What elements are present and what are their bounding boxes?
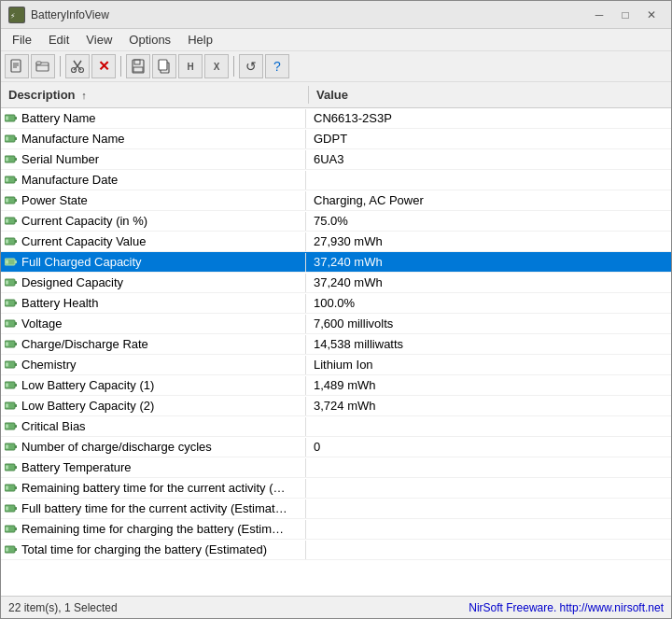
svg-rect-64 [6,425,8,429]
menu-view[interactable]: View [78,31,119,49]
battery-icon [1,134,18,143]
svg-rect-24 [15,158,17,161]
row-description: Charge/Discharge Rate [18,335,305,353]
row-value [306,507,671,511]
table-row[interactable]: Critical Bias [1,416,671,437]
col-value-header[interactable]: Value [309,86,671,104]
battery-icon [1,443,18,451]
row-description: Current Capacity Value [18,232,305,250]
row-value: 0 [306,438,671,456]
table-row[interactable]: Voltage7,600 millivolts [1,314,671,334]
table-row[interactable]: Power StateCharging, AC Power [1,190,671,211]
table-row[interactable]: Number of charge/discharge cycles0 [1,437,671,457]
battery-icon [1,299,18,307]
main-window: ⚡ BatteryInfoView ─ □ ✕ File Edit View O… [0,0,672,619]
table-row[interactable]: Low Battery Capacity (2)3,724 mWh [1,396,671,416]
svg-rect-33 [15,219,17,222]
row-value: Lithium Ion [306,356,671,373]
battery-icon [1,422,18,430]
battery-icon [1,525,18,533]
close-button[interactable]: ✕ [639,6,664,24]
status-items-count: 22 item(s), 1 Selected [8,601,118,614]
svg-rect-51 [15,343,17,345]
toolbar-xml[interactable]: X [204,54,229,78]
row-description: Chemistry [18,356,305,373]
window-title: BatteryInfoView [31,8,109,21]
table-row[interactable]: Remaining battery time for the current a… [1,478,671,499]
table-row[interactable]: Current Capacity (in %)75.0% [1,211,671,232]
row-description: Remaining time for charging the battery … [18,520,305,538]
svg-rect-75 [15,507,17,510]
toolbar-copy[interactable] [152,54,176,78]
svg-rect-58 [6,384,8,387]
svg-rect-14 [133,67,143,72]
svg-rect-82 [6,548,8,552]
battery-icon [1,258,18,266]
menu-file[interactable]: File [5,31,39,49]
row-description: Full Charged Capacity [18,253,305,271]
table-header: Description ↑ Value [1,82,671,108]
svg-rect-27 [15,178,17,181]
svg-rect-49 [6,322,8,326]
row-value [306,466,671,470]
table-row[interactable]: Full Charged Capacity37,240 mWh [1,252,671,273]
row-value: 100.0% [306,294,671,312]
table-row[interactable]: Battery Temperature [1,457,671,478]
toolbar-cut[interactable] [65,54,90,78]
row-value: Charging, AC Power [306,191,671,209]
table-row[interactable]: Battery NameCN6613-2S3P [1,108,671,129]
main-content: Description ↑ Value Battery NameCN6613-2… [1,82,671,596]
window-controls: ─ □ ✕ [587,6,664,24]
row-description: Number of charge/discharge cycles [18,438,305,456]
svg-rect-81 [15,548,17,551]
minimize-button[interactable]: ─ [587,6,611,24]
row-description: Battery Name [18,109,305,127]
svg-rect-72 [15,486,17,489]
table-row[interactable]: Manufacture NameGDPT [1,129,671,149]
svg-rect-78 [15,528,17,530]
row-description: Total time for charging the battery (Est… [18,541,305,558]
toolbar-html[interactable]: H [178,54,203,78]
battery-icon [1,217,18,225]
table-row[interactable]: ChemistryLithium Ion [1,355,671,375]
table-row[interactable]: Battery Health100.0% [1,293,671,314]
row-value [306,486,671,490]
row-value [306,178,671,182]
table-row[interactable]: Manufacture Date [1,170,671,190]
menu-edit[interactable]: Edit [41,31,77,49]
table-row[interactable]: Remaining time for charging the battery … [1,519,671,540]
row-value: 27,930 mWh [306,232,671,250]
row-description: Low Battery Capacity (1) [18,376,305,394]
toolbar: ✕ H X ↺ ? [1,51,671,82]
maximize-button[interactable]: □ [613,6,637,24]
table-row[interactable]: Serial Number6UA3 [1,149,671,170]
row-description: Power State [18,191,305,209]
row-value: 37,240 mWh [306,274,671,291]
toolbar-separator-1 [60,56,61,77]
toolbar-new[interactable] [5,54,29,78]
table-row[interactable]: Designed Capacity37,240 mWh [1,273,671,293]
battery-icon [1,155,18,163]
row-description: Manufacture Name [18,130,305,148]
row-description: Full battery time for the current activi… [18,499,305,517]
toolbar-refresh[interactable]: ↺ [239,54,263,78]
svg-rect-61 [6,404,8,408]
table-row[interactable]: Total time for charging the battery (Est… [1,540,671,560]
toolbar-save[interactable] [126,54,150,78]
menu-options[interactable]: Options [121,31,178,49]
menu-help[interactable]: Help [180,31,220,49]
battery-icon [1,278,18,287]
svg-rect-43 [6,281,8,285]
row-value: CN6613-2S3P [306,109,671,127]
table-row[interactable]: Current Capacity Value27,930 mWh [1,232,671,252]
table-row[interactable]: Full battery time for the current activi… [1,499,671,519]
toolbar-open[interactable] [31,54,55,78]
battery-icon [1,463,18,471]
table-row[interactable]: Low Battery Capacity (1)1,489 mWh [1,375,671,396]
col-description-header[interactable]: Description ↑ [1,86,309,104]
battery-icon [1,196,18,204]
toolbar-about[interactable]: ? [265,54,289,78]
toolbar-delete[interactable]: ✕ [91,54,116,78]
table-row[interactable]: Charge/Discharge Rate14,538 milliwatts [1,334,671,355]
row-description: Current Capacity (in %) [18,212,305,230]
